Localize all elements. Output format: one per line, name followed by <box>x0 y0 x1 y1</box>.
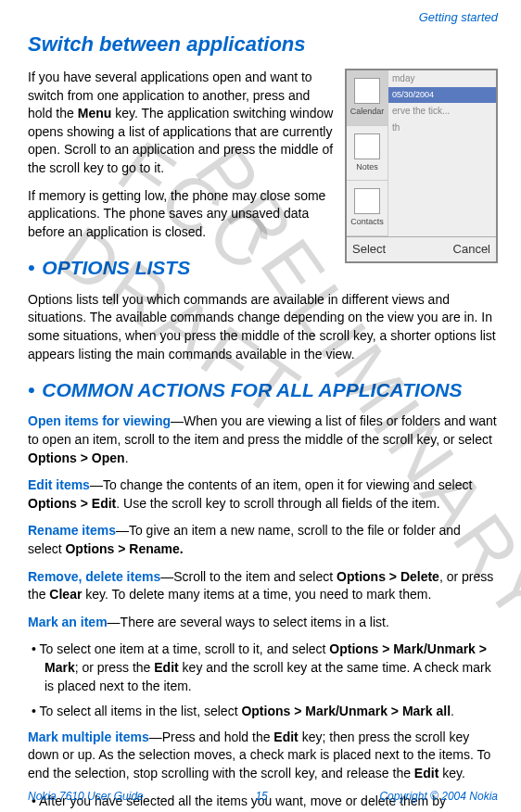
page-number: 15 <box>255 789 267 805</box>
list-item: To select all items in the list, select … <box>44 703 498 721</box>
text: key. <box>438 766 465 780</box>
paragraph-options-lists: Options lists tell you which commands ar… <box>28 291 498 363</box>
bold: Options > Rename. <box>65 541 183 556</box>
text: —Press and hold the <box>149 730 274 744</box>
bold: Options > Delete <box>337 569 439 584</box>
bold: Options > Open <box>28 450 125 465</box>
notes-icon <box>354 133 380 159</box>
action-label: Remove, delete items <box>28 569 160 584</box>
list-item: To select one item at a time, scroll to … <box>44 641 498 695</box>
calendar-icon <box>354 78 380 104</box>
heading-text: COMMON ACTIONS FOR ALL APPLICATIONS <box>42 376 462 403</box>
note-text: erve the tick... <box>388 103 496 120</box>
page-footer: Nokia 7610 User Guide 15 Copyright © 200… <box>28 789 498 805</box>
paragraph-open-items: Open items for viewing—When you are view… <box>28 412 498 467</box>
softkey-right: Cancel <box>453 241 490 258</box>
heading-options-lists: • OPTIONS LISTS <box>28 254 336 281</box>
text: —To change the contents of an item, open… <box>90 477 472 492</box>
app-icon-contacts: Contacts <box>347 181 388 236</box>
day-label: mday <box>388 70 496 87</box>
app-icon-calendar: Calendar <box>347 70 388 126</box>
icon-label: Contacts <box>350 216 384 228</box>
text: To select all items in the list, select <box>40 704 242 718</box>
icon-column: Calendar Notes Contacts <box>347 70 388 236</box>
heading-text: OPTIONS LISTS <box>42 254 190 281</box>
bold: Clear <box>49 587 82 602</box>
text: . <box>125 450 129 465</box>
screenshot-body: Calendar Notes Contacts mday 05/30/2004 … <box>347 70 496 236</box>
text: . <box>451 704 454 718</box>
heading-switch-apps: Switch between applications <box>28 31 498 59</box>
bold: Edit <box>414 766 438 780</box>
paragraph-rename-items: Rename items—To give an item a new name,… <box>28 522 498 558</box>
action-label: Rename items <box>28 523 116 538</box>
icon-label: Calendar <box>350 106 385 118</box>
text: —There are several ways to select items … <box>108 615 389 629</box>
bold: Options > Mark/Unmark > Mark all <box>241 704 451 718</box>
icon-label: Notes <box>356 161 378 173</box>
softkey-bar: Select Cancel <box>347 236 496 261</box>
section-header: Getting started <box>28 9 498 26</box>
note-text2: th <box>388 120 496 136</box>
paragraph-remove-items: Remove, delete items—Scroll to the item … <box>28 568 498 604</box>
phone-screenshot: Calendar Notes Contacts mday 05/30/2004 … <box>345 69 498 263</box>
action-label: Open items for viewing <box>28 413 171 428</box>
bullet: • <box>28 376 34 403</box>
action-label: Mark an item <box>28 615 108 629</box>
bold: Options > Edit <box>28 496 116 511</box>
list-mark-methods: To select one item at a time, scroll to … <box>28 641 498 720</box>
action-label: Mark multiple items <box>28 730 149 744</box>
bullet: • <box>28 254 34 281</box>
text: To select one item at a time, scroll to … <box>40 641 330 656</box>
paragraph-mark-item: Mark an item—There are several ways to s… <box>28 614 498 632</box>
text: key. To delete many items at a time, you… <box>82 587 431 602</box>
contacts-icon <box>354 188 380 214</box>
app-icon-notes: Notes <box>347 126 388 182</box>
action-label: Edit items <box>28 477 90 492</box>
date-bar: 05/30/2004 <box>388 87 496 103</box>
bold-menu: Menu <box>78 106 112 121</box>
softkey-left: Select <box>352 241 386 258</box>
bold: Edit <box>273 730 298 744</box>
text: . Use the scroll key to scroll through a… <box>116 496 439 511</box>
bold: Edit <box>154 660 178 675</box>
screenshot-right-pane: mday 05/30/2004 erve the tick... th <box>388 70 496 236</box>
footer-right: Copyright © 2004 Nokia <box>379 789 498 805</box>
paragraph-edit-items: Edit items—To change the contents of an … <box>28 476 498 513</box>
text: —Scroll to the item and select <box>160 569 337 584</box>
paragraph-mark-multiple: Mark multiple items—Press and hold the E… <box>28 729 498 783</box>
heading-common-actions: • COMMON ACTIONS FOR ALL APPLICATIONS <box>28 376 498 403</box>
text: ; or press the <box>75 660 155 675</box>
footer-left: Nokia 7610 User Guide <box>28 789 144 805</box>
